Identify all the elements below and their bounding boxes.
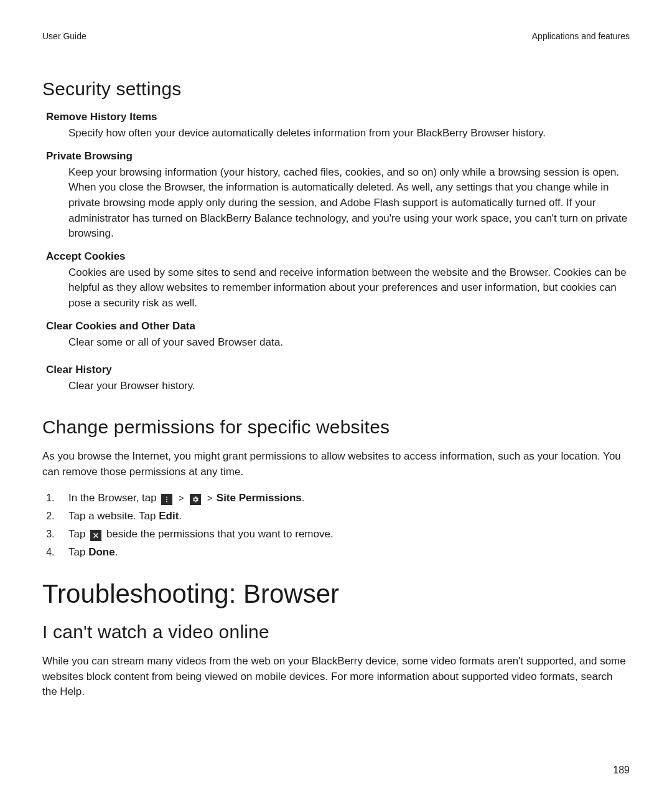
troubleshoot-body: While you can stream many videos from th…	[42, 654, 630, 700]
setting-clear-history: Clear History Clear your Browser history…	[42, 364, 630, 394]
edit-label: Edit	[159, 510, 179, 522]
step-4: Tap Done.	[57, 544, 630, 562]
setting-desc: Specify how often your device automatica…	[68, 126, 630, 141]
troubleshooting-heading: Troubleshooting: Browser	[42, 579, 630, 609]
setting-clear-cookies: Clear Cookies and Other Data Clear some …	[42, 320, 630, 351]
more-menu-icon	[161, 494, 172, 505]
step-2: Tap a website. Tap Edit.	[57, 507, 630, 526]
svg-point-0	[166, 497, 167, 498]
header-left: User Guide	[42, 31, 86, 41]
permissions-intro: As you browse the Internet, you might gr…	[42, 449, 630, 479]
security-settings-heading: Security settings	[42, 78, 630, 100]
page-header: User Guide Applications and features	[42, 31, 630, 41]
setting-desc: Cookies are used by some sites to send a…	[68, 265, 630, 311]
setting-term: Clear History	[46, 364, 630, 376]
document-page: User Guide Applications and features Sec…	[0, 0, 672, 807]
step-text: .	[115, 546, 118, 558]
site-permissions-label: Site Permissions	[217, 492, 302, 504]
svg-point-2	[166, 501, 167, 503]
setting-term: Private Browsing	[46, 150, 630, 163]
step-3: Tap beside the permissions that you want…	[57, 526, 630, 544]
step-text: In the Browser, tap	[68, 492, 157, 504]
header-right: Applications and features	[532, 31, 630, 41]
step-text: beside the permissions that you want to …	[106, 528, 334, 540]
done-label: Done	[88, 546, 115, 558]
setting-desc: Clear your Browser history.	[68, 379, 630, 394]
breadcrumb-separator: >	[179, 493, 184, 503]
step-text: Tap a website. Tap	[68, 510, 159, 522]
setting-term: Clear Cookies and Other Data	[46, 320, 630, 333]
step-1: In the Browser, tap > > Site Permissions…	[57, 489, 630, 507]
svg-point-1	[166, 499, 167, 500]
setting-accept-cookies: Accept Cookies Cookies are used by some …	[42, 250, 630, 311]
setting-desc: Clear some or all of your saved Browser …	[68, 335, 630, 351]
setting-private-browsing: Private Browsing Keep your browsing info…	[42, 150, 630, 242]
step-text: Tap	[68, 546, 88, 558]
step-text: .	[179, 510, 182, 522]
permissions-steps: In the Browser, tap > > Site Permissions…	[42, 489, 630, 562]
step-text: Tap	[68, 528, 85, 540]
setting-term: Accept Cookies	[46, 250, 630, 263]
close-x-icon	[90, 530, 101, 541]
setting-term: Remove History Items	[46, 111, 630, 123]
settings-gear-icon	[190, 494, 201, 505]
setting-desc: Keep your browsing information (your his…	[68, 165, 630, 242]
setting-remove-history: Remove History Items Specify how often y…	[42, 111, 630, 141]
change-permissions-heading: Change permissions for specific websites	[42, 417, 630, 438]
page-number: 189	[613, 765, 630, 776]
cant-watch-video-heading: I can't watch a video online	[42, 621, 630, 643]
breadcrumb-separator: >	[207, 493, 212, 503]
